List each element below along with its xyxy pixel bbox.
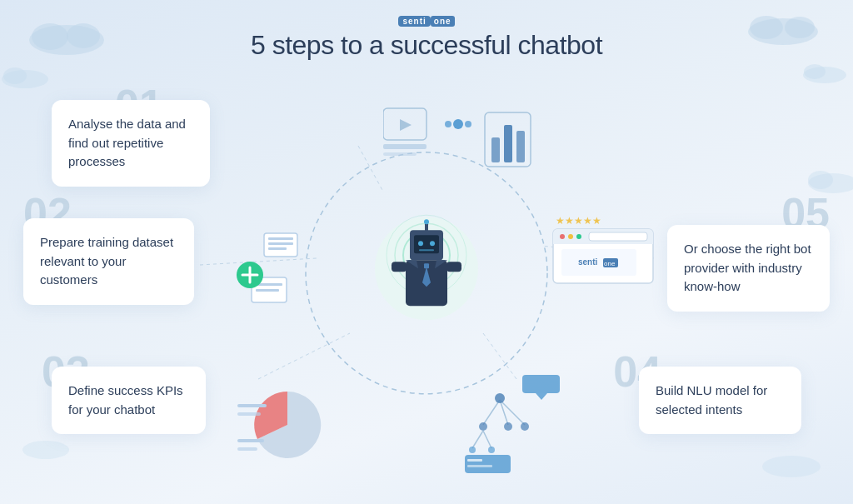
svg-rect-23 [419, 249, 434, 251]
svg-rect-82 [561, 249, 636, 276]
svg-point-79 [568, 234, 573, 239]
svg-point-22 [430, 241, 435, 246]
header: sentione 5 steps to a successful chatbot [0, 0, 853, 61]
svg-rect-72 [467, 459, 482, 462]
svg-point-38 [453, 119, 463, 129]
svg-marker-59 [536, 393, 547, 400]
step-2-illustration [218, 229, 318, 321]
svg-rect-58 [522, 375, 560, 393]
svg-point-12 [762, 456, 821, 477]
svg-rect-35 [383, 144, 426, 149]
step-card-2: Prepare training dataset relevant to you… [23, 218, 194, 305]
svg-rect-41 [504, 125, 512, 162]
svg-point-66 [521, 422, 529, 431]
svg-point-9 [804, 64, 826, 79]
svg-point-8 [803, 67, 846, 83]
step-card-3: Define success KPIs for your chatbot [52, 367, 206, 434]
step-card-5: Or choose the right bot provider with in… [667, 225, 830, 312]
svg-point-69 [469, 447, 476, 453]
svg-rect-45 [268, 237, 293, 240]
svg-point-65 [504, 422, 512, 431]
svg-point-11 [808, 171, 833, 189]
logo: sentione [0, 15, 853, 27]
svg-point-80 [576, 234, 581, 239]
svg-rect-28 [424, 263, 429, 268]
svg-rect-47 [268, 247, 287, 250]
logo-text: senti [398, 16, 430, 27]
svg-rect-24 [425, 223, 428, 232]
svg-rect-57 [237, 447, 257, 451]
svg-line-67 [472, 431, 483, 448]
svg-marker-34 [400, 119, 412, 131]
svg-point-70 [488, 447, 495, 453]
step-card-4: Build NLU model for selected intents [639, 367, 801, 434]
svg-point-21 [418, 241, 423, 246]
svg-point-64 [479, 422, 487, 431]
svg-rect-32 [446, 262, 461, 272]
svg-rect-42 [516, 131, 525, 162]
svg-rect-54 [237, 404, 267, 407]
svg-text:★★★★★: ★★★★★ [556, 215, 601, 227]
svg-line-60 [483, 400, 500, 425]
robot-illustration [360, 195, 493, 328]
step-3-illustration [237, 379, 337, 471]
svg-point-25 [424, 219, 429, 224]
svg-rect-71 [465, 455, 511, 473]
svg-text:one: one [604, 260, 616, 267]
svg-point-78 [560, 234, 565, 239]
step-3-text: Define success KPIs for your chatbot [68, 382, 189, 419]
svg-rect-81 [589, 232, 647, 241]
step-5-illustration: ★★★★★ senti one [549, 212, 657, 287]
svg-point-37 [445, 121, 451, 127]
svg-point-4 [3, 67, 27, 84]
svg-point-63 [495, 393, 505, 403]
step-1-illustration [383, 96, 533, 179]
step-4-illustration [462, 375, 571, 475]
logo-highlight: one [431, 16, 455, 27]
svg-rect-56 [237, 439, 264, 442]
svg-rect-46 [268, 242, 293, 245]
step-card-1: Analyse the data and find out repetitive… [52, 100, 210, 187]
page-title: 5 steps to a successful chatbot [0, 30, 853, 61]
svg-rect-36 [383, 152, 417, 156]
svg-point-13 [22, 441, 69, 459]
step-4-text: Build NLU model for selected intents [656, 382, 785, 419]
svg-text:senti: senti [578, 257, 598, 267]
svg-rect-73 [467, 465, 492, 467]
svg-rect-31 [392, 262, 407, 272]
svg-rect-50 [256, 289, 279, 292]
step-1-text: Analyse the data and find out repetitive… [68, 115, 193, 172]
svg-rect-40 [491, 137, 500, 162]
svg-point-3 [2, 70, 48, 88]
svg-point-39 [465, 121, 471, 127]
svg-rect-55 [237, 412, 261, 416]
step-2-text: Prepare training dataset relevant to you… [40, 233, 177, 290]
svg-line-68 [483, 431, 491, 448]
step-5-text: Or choose the right bot provider with in… [684, 240, 813, 297]
